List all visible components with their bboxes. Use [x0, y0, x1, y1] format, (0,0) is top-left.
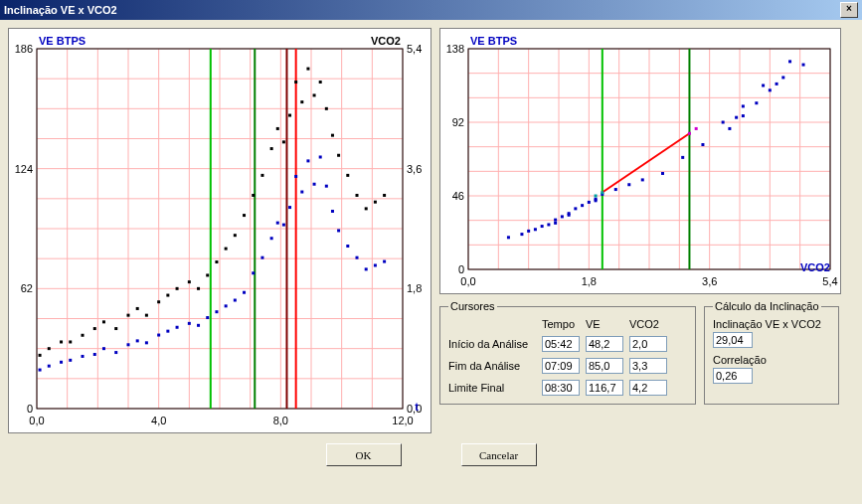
chart-time-series[interactable]: 0,04,08,012,00621241860,01,83,65,4 VE BT… — [8, 28, 431, 433]
svg-text:0,0: 0,0 — [29, 415, 44, 426]
svg-rect-56 — [176, 326, 179, 329]
svg-rect-178 — [661, 172, 664, 175]
svg-rect-78 — [346, 245, 349, 248]
svg-rect-182 — [742, 114, 745, 117]
svg-rect-72 — [306, 159, 309, 162]
svg-rect-77 — [337, 229, 340, 232]
svg-rect-181 — [728, 127, 731, 130]
svg-rect-185 — [781, 76, 784, 79]
svg-rect-61 — [225, 304, 228, 307]
svg-text:0,0: 0,0 — [460, 275, 475, 287]
titlebar: Inclinação VE x VCO2 × — [0, 0, 862, 20]
svg-rect-193 — [595, 195, 598, 198]
svg-rect-179 — [681, 156, 684, 159]
svg-rect-110 — [294, 81, 297, 84]
row-inicio-label: Início da Análise — [448, 338, 536, 350]
svg-rect-43 — [39, 369, 42, 372]
svg-rect-114 — [319, 81, 322, 84]
svg-rect-73 — [313, 183, 316, 186]
fim-vco2-field[interactable] — [629, 358, 667, 374]
svg-rect-121 — [374, 201, 377, 204]
svg-rect-67 — [276, 222, 279, 225]
svg-rect-79 — [356, 256, 359, 259]
right-chart-y-label: VE BTPS — [470, 35, 517, 47]
left-chart-left-axis-label: VE BTPS — [39, 35, 86, 47]
svg-rect-120 — [365, 207, 368, 210]
fim-ve-field[interactable] — [586, 358, 623, 374]
corr-value-field[interactable] — [713, 368, 753, 384]
svg-rect-191 — [742, 104, 745, 107]
svg-rect-122 — [383, 194, 386, 197]
svg-rect-189 — [788, 60, 791, 63]
svg-rect-163 — [547, 223, 550, 226]
inicio-vco2-field[interactable] — [629, 336, 667, 352]
svg-rect-50 — [114, 351, 117, 354]
svg-rect-60 — [215, 310, 218, 313]
svg-rect-54 — [157, 334, 160, 337]
svg-rect-47 — [82, 355, 85, 358]
svg-rect-87 — [82, 334, 85, 337]
svg-rect-64 — [252, 271, 255, 274]
svg-rect-173 — [595, 199, 598, 202]
svg-rect-175 — [614, 188, 617, 191]
svg-rect-44 — [48, 365, 51, 368]
svg-rect-93 — [145, 314, 148, 317]
svg-rect-106 — [270, 147, 273, 150]
right-chart-x-label: VCO2 — [800, 261, 830, 273]
svg-rect-168 — [568, 214, 571, 217]
svg-rect-81 — [374, 263, 377, 266]
col-tempo: Tempo — [542, 318, 580, 330]
svg-rect-108 — [282, 140, 285, 143]
inicio-ve-field[interactable] — [586, 336, 623, 352]
limite-ve-field[interactable] — [586, 380, 623, 396]
cancel-button[interactable]: Cancelar — [461, 443, 537, 466]
calc-legend: Cálculo da Inclinação — [713, 300, 821, 312]
svg-rect-102 — [234, 234, 237, 237]
svg-rect-59 — [206, 316, 209, 319]
svg-text:92: 92 — [452, 116, 464, 128]
svg-rect-112 — [306, 68, 309, 71]
col-vco2: VCO2 — [629, 318, 667, 330]
row-limite-label: Limite Final — [448, 382, 536, 394]
svg-rect-180 — [701, 143, 704, 146]
svg-rect-89 — [102, 320, 105, 323]
ok-button[interactable]: OK — [326, 443, 402, 466]
svg-rect-70 — [294, 175, 297, 178]
svg-rect-177 — [641, 178, 644, 181]
svg-text:62: 62 — [21, 282, 33, 294]
svg-rect-71 — [300, 191, 303, 194]
inicio-tempo-field[interactable] — [542, 336, 580, 352]
svg-rect-68 — [282, 224, 285, 227]
svg-rect-80 — [365, 267, 368, 270]
svg-rect-187 — [802, 64, 805, 67]
close-button[interactable]: × — [840, 2, 858, 18]
svg-rect-57 — [188, 322, 191, 325]
svg-rect-88 — [93, 327, 96, 330]
cursores-legend: Cursores — [448, 300, 497, 312]
svg-rect-164 — [554, 219, 557, 222]
limite-tempo-field[interactable] — [542, 380, 580, 396]
svg-text:1,8: 1,8 — [582, 275, 597, 287]
svg-rect-194 — [601, 191, 603, 194]
limite-vco2-field[interactable] — [629, 380, 667, 396]
svg-rect-195 — [688, 132, 691, 135]
svg-text:8,0: 8,0 — [273, 415, 288, 426]
chart-ve-vco2[interactable]: 0,01,83,65,404692138 VE BTPS VCO2 — [439, 28, 841, 294]
svg-rect-52 — [136, 339, 139, 342]
svg-rect-91 — [127, 314, 130, 317]
col-ve: VE — [586, 318, 623, 330]
svg-text:3,6: 3,6 — [407, 163, 422, 175]
svg-rect-119 — [356, 194, 359, 197]
fim-tempo-field[interactable] — [542, 358, 580, 374]
svg-rect-46 — [69, 359, 72, 362]
svg-rect-75 — [325, 185, 328, 188]
svg-rect-118 — [346, 174, 349, 177]
svg-rect-196 — [695, 127, 698, 130]
svg-rect-99 — [206, 273, 209, 276]
svg-rect-105 — [260, 174, 263, 177]
incl-value-field[interactable] — [713, 332, 753, 348]
svg-rect-95 — [166, 294, 169, 297]
svg-rect-63 — [243, 291, 246, 294]
left-chart-x-label: t — [415, 401, 419, 413]
svg-rect-45 — [60, 361, 63, 364]
